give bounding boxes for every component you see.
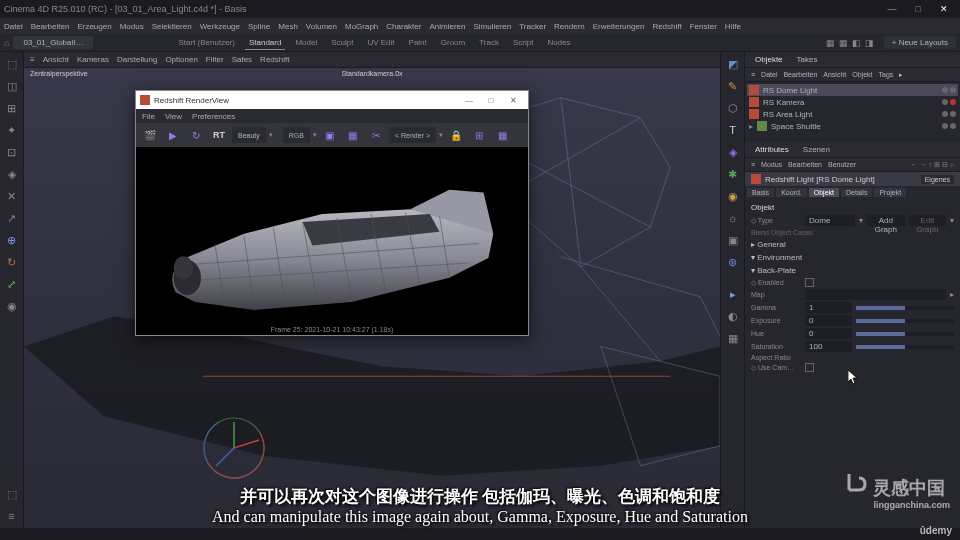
mode-tab[interactable]: UV Edit [363,36,398,50]
attr-tab[interactable]: Objekt [809,188,839,197]
rv-menu-item[interactable]: View [165,112,182,121]
menu-item[interactable]: Animieren [429,22,465,31]
rv-min-button[interactable]: — [458,96,480,105]
rv-menu-item[interactable]: Preferences [192,112,235,121]
panel-menu[interactable]: Ansicht [823,71,846,78]
menu-item[interactable]: Charakter [386,22,421,31]
grid-icon[interactable]: ⊞ [469,125,489,145]
menu-item[interactable]: Modus [120,22,144,31]
objects-tab[interactable]: Objekte [751,54,787,65]
tool-icon[interactable]: ↻ [2,252,22,272]
viewport-menu[interactable]: Optionen [165,55,197,64]
panel-menu[interactable]: Tags [879,71,894,78]
mode-tab[interactable]: Script [509,36,537,50]
saturation-slider[interactable] [856,345,954,349]
menu-item[interactable]: Simulieren [473,22,511,31]
attr-tab[interactable]: Koord. [776,188,807,197]
tool-icon[interactable]: ⊡ [2,142,22,162]
object-item-area-light[interactable]: RS Area Light [747,108,958,120]
new-layout-button[interactable]: + Neue Layouts [884,36,956,49]
exposure-slider[interactable] [856,319,954,323]
tool-icon[interactable]: ≡ [2,506,22,526]
hue-slider[interactable] [856,332,954,336]
window-close-button[interactable]: ✕ [932,2,956,16]
viewport-menu[interactable]: Filter [206,55,224,64]
render-output[interactable]: Frame 25: 2021-10-21 10:43:27 (1.18s) [136,147,528,335]
window-min-button[interactable]: — [880,2,904,16]
document-tab[interactable]: 03_01_GlobalI… [13,36,93,49]
render-dropdown[interactable]: < Render > [389,127,436,143]
toolbar-icon[interactable]: ▦ [826,38,835,48]
viewport-menu[interactable]: Kameras [77,55,109,64]
panel-menu[interactable]: Bearbeiten [783,71,817,78]
mode-tab[interactable]: Nodes [543,36,574,50]
saturation-field[interactable]: 100 [805,341,852,352]
mode-tab[interactable]: Sculpt [327,36,357,50]
viewport-menu[interactable]: Redshift [260,55,289,64]
menu-item[interactable]: Erweiterungen [593,22,645,31]
scene-tab[interactable]: Szenen [799,144,834,155]
mode-tab[interactable]: Groom [437,36,469,50]
region-icon[interactable]: ▣ [320,125,340,145]
mode-dropdown[interactable]: Eigenes [921,175,954,184]
exposure-field[interactable]: 0 [805,315,852,326]
field-icon[interactable]: ◉ [723,186,743,206]
section-backplate[interactable]: ▾ Back-Plate [751,264,954,277]
viewport-menu[interactable]: ≡ [30,55,35,64]
tool-icon[interactable]: ✦ [2,120,22,140]
mode-tab[interactable]: Paint [405,36,431,50]
snapshot-icon[interactable]: ▦ [343,125,363,145]
menu-item[interactable]: Selektieren [152,22,192,31]
deform-icon[interactable]: ◈ [723,142,743,162]
section-general[interactable]: ▸ General [751,238,954,251]
material-icon[interactable]: ◐ [723,306,743,326]
panel-menu[interactable]: Datei [761,71,777,78]
tool-icon[interactable]: ⤢ [2,274,22,294]
mode-tab[interactable]: Track [475,36,503,50]
object-item-dome-light[interactable]: RS Dome Light [747,84,958,96]
gamma-field[interactable]: 1 [805,302,852,313]
viewport-menu[interactable]: Darstellung [117,55,157,64]
menu-item[interactable]: Hilfe [725,22,741,31]
attr-tab[interactable]: Basis [747,188,774,197]
tool-icon[interactable]: ◈ [2,164,22,184]
mograph-icon[interactable]: ✱ [723,164,743,184]
tool-icon[interactable]: ⊞ [2,98,22,118]
window-max-button[interactable]: □ [906,2,930,16]
mode-tab[interactable]: Model [291,36,321,50]
crop-icon[interactable]: ✂ [366,125,386,145]
attr-tab[interactable]: Details [841,188,872,197]
map-field[interactable] [805,289,946,300]
clapper-icon[interactable]: 🎬 [140,125,160,145]
edit-graph-button[interactable]: Edit Graph [909,215,946,226]
renderview-titlebar[interactable]: Redshift RenderView — □ ✕ [136,91,528,109]
tool-icon[interactable]: ✕ [2,186,22,206]
menu-item[interactable]: Fenster [690,22,717,31]
cube-icon[interactable]: ◩ [723,54,743,74]
rv-close-button[interactable]: ✕ [502,96,524,105]
play-icon[interactable]: ▶ [163,125,183,145]
use-cam-checkbox[interactable] [805,363,814,372]
menu-item[interactable]: Tracker [519,22,546,31]
menu-item[interactable]: Spline [248,22,270,31]
menu-item[interactable]: Bearbeiten [31,22,70,31]
gamma-slider[interactable] [856,306,954,310]
menu-item[interactable]: MoGraph [345,22,378,31]
panel-menu[interactable]: ≡ [751,71,755,78]
takes-tab[interactable]: Takes [793,54,822,65]
menu-item[interactable]: Redshift [652,22,681,31]
hue-field[interactable]: 0 [805,328,852,339]
tool-icon[interactable]: ◉ [2,296,22,316]
refresh-icon[interactable]: ↻ [186,125,206,145]
menu-item[interactable]: Werkzeuge [200,22,240,31]
toolbar-icon[interactable]: ▦ [839,38,848,48]
renderview-window[interactable]: Redshift RenderView — □ ✕ File View Pref… [135,90,529,336]
rv-menu-item[interactable]: File [142,112,155,121]
tool-icon[interactable]: ⬚ [2,54,22,74]
object-item-camera[interactable]: RS Kamera [747,96,958,108]
light-icon[interactable]: ☼ [723,208,743,228]
object-item-shuttle[interactable]: ▸ Space Shuttle [747,120,958,132]
panel-menu[interactable]: Objekt [852,71,872,78]
viewport-menu[interactable]: Ansicht [43,55,69,64]
text-icon[interactable]: T [723,120,743,140]
